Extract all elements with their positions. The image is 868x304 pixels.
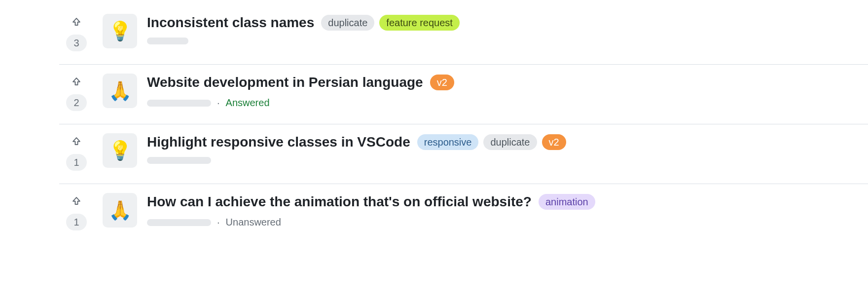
discussion-label[interactable]: feature request	[379, 15, 460, 31]
discussion-label[interactable]: animation	[539, 194, 595, 210]
discussion-label[interactable]: v2	[542, 134, 566, 150]
discussion-content: Website development in Persian languagev…	[147, 74, 868, 109]
discussion-row: 1💡Highlight responsive classes in VSCode…	[59, 124, 868, 184]
author-placeholder	[147, 100, 211, 107]
discussion-content: Inconsistent class namesduplicatefeature…	[147, 14, 868, 44]
vote-column: 1	[59, 133, 94, 171]
discussion-title[interactable]: Inconsistent class names	[147, 14, 314, 32]
title-line: Inconsistent class namesduplicatefeature…	[147, 14, 868, 32]
upvote-arrow-icon[interactable]	[70, 194, 83, 208]
category-icon[interactable]: 💡	[103, 133, 137, 168]
title-line: How can I achieve the animation that's o…	[147, 193, 868, 211]
discussion-status: Unanswered	[226, 217, 281, 228]
discussion-title[interactable]: Website development in Persian language	[147, 74, 423, 91]
separator: ·	[217, 97, 220, 109]
vote-count: 3	[66, 35, 87, 51]
discussion-label[interactable]: responsive	[417, 134, 479, 150]
vote-count: 1	[66, 214, 87, 230]
discussion-row: 3💡Inconsistent class namesduplicatefeatu…	[59, 5, 868, 65]
author-placeholder	[147, 38, 188, 44]
author-placeholder	[147, 219, 211, 226]
discussion-content: How can I achieve the animation that's o…	[147, 193, 868, 228]
label-group: duplicatefeature request	[321, 15, 460, 31]
vote-column: 3	[59, 14, 94, 51]
discussion-label[interactable]: duplicate	[483, 134, 537, 150]
label-group: responsiveduplicatev2	[417, 134, 566, 150]
meta-line	[147, 38, 868, 44]
vote-count: 1	[66, 154, 87, 171]
author-placeholder	[147, 157, 211, 164]
separator: ·	[217, 217, 220, 228]
discussion-label[interactable]: duplicate	[321, 15, 374, 31]
category-icon[interactable]: 🙏	[103, 74, 137, 108]
discussion-label[interactable]: v2	[430, 75, 454, 90]
vote-column: 1	[59, 193, 94, 230]
discussion-status: Answered	[226, 97, 270, 109]
discussion-title[interactable]: How can I achieve the animation that's o…	[147, 193, 532, 211]
meta-line: ·Unanswered	[147, 217, 868, 228]
meta-line: ·Answered	[147, 97, 868, 109]
discussion-row: 2🙏Website development in Persian languag…	[59, 65, 868, 124]
vote-column: 2	[59, 74, 94, 111]
discussion-content: Highlight responsive classes in VSCodere…	[147, 133, 868, 164]
category-icon[interactable]: 💡	[103, 14, 137, 48]
upvote-arrow-icon[interactable]	[70, 75, 83, 88]
label-group: v2	[430, 75, 454, 90]
upvote-arrow-icon[interactable]	[70, 15, 83, 29]
label-group: animation	[539, 194, 595, 210]
title-line: Website development in Persian languagev…	[147, 74, 868, 91]
upvote-arrow-icon[interactable]	[70, 134, 83, 148]
title-line: Highlight responsive classes in VSCodere…	[147, 133, 868, 151]
vote-count: 2	[66, 94, 87, 111]
meta-line	[147, 157, 868, 164]
discussion-row: 1🙏How can I achieve the animation that's…	[59, 184, 868, 243]
discussion-list: 3💡Inconsistent class namesduplicatefeatu…	[0, 0, 868, 243]
category-icon[interactable]: 🙏	[103, 193, 137, 228]
discussion-title[interactable]: Highlight responsive classes in VSCode	[147, 133, 410, 151]
